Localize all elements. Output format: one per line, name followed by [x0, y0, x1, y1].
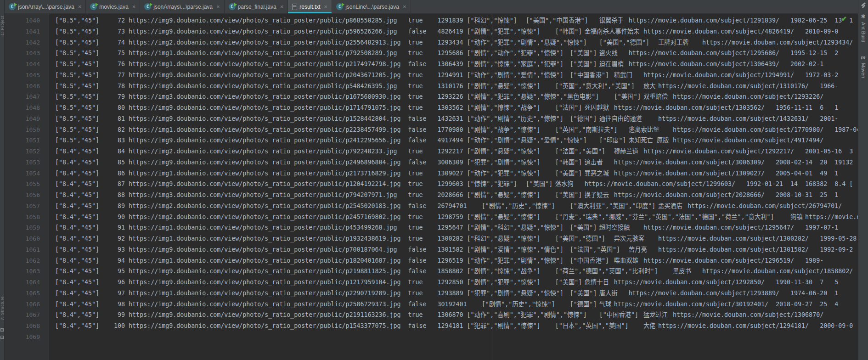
editor-line[interactable]: ["8.4","45"] 91 https://img1.doubanio.co…	[5, 222, 858, 233]
editor-line[interactable]: ["8.5","45"] 77 https://img9.doubanio.co…	[5, 70, 858, 81]
tab-parse-final.java[interactable]: Cparse_final.java×	[225, 0, 288, 13]
editor-line[interactable]: ["8.4","45"] 84 https://img2.doubanio.co…	[5, 146, 858, 157]
editor-line[interactable]: ["8.5","45"] 81 https://img9.doubanio.co…	[5, 113, 858, 124]
editor-line[interactable]: ["8.4","45"] 88 https://img3.doubanio.co…	[5, 190, 858, 201]
editor-lines: ["8.5","45"] 72 https://img9.doubanio.co…	[5, 15, 858, 332]
tab-close-icon[interactable]: ×	[280, 4, 284, 10]
editor-line[interactable]: ["8.4","45"] 99 https://img9.doubanio.co…	[5, 309, 858, 321]
maven-stripe-button[interactable]: Maven	[861, 63, 866, 78]
editor-line[interactable]: ["8.4","45"] 85 https://img9.doubanio.co…	[5, 157, 858, 168]
ant-build-stripe-button[interactable]: Ant Build	[861, 22, 866, 42]
java-class-icon: C	[336, 3, 343, 10]
editor-line[interactable]: ["8.4","45"] 97 https://img1.doubanio.co…	[5, 288, 858, 299]
tab-close-icon[interactable]: ×	[132, 4, 136, 10]
editor-line[interactable]: ["8.5","45"] 72 https://img9.doubanio.co…	[5, 15, 858, 26]
stripe-mini-icon[interactable]	[0, 336, 4, 339]
editor-line[interactable]: ["8.5","45"] 75 https://img1.doubanio.co…	[5, 48, 858, 59]
tab-label: jsonLine\...\parse.java	[345, 4, 399, 10]
tab-jsonArray-...-parse.java[interactable]: CjsonArray\...\parse.java×	[5, 0, 86, 13]
inspections-ok-check-icon[interactable]: ✔	[841, 15, 847, 23]
stripe-mini-icon[interactable]	[0, 328, 4, 332]
editor-line[interactable]: ["8.4","45"] 92 https://img1.doubanio.co…	[5, 233, 858, 244]
editor-line[interactable]: ["8.4","45"] 89 https://img2.doubanio.co…	[5, 201, 858, 212]
editor-line[interactable]: ["8.5","45"] 79 https://img3.doubanio.co…	[5, 91, 858, 102]
text-file-icon	[292, 4, 297, 10]
java-class-icon: C	[144, 3, 151, 10]
tab-label: parse_final.java	[238, 4, 276, 10]
editor-tab-bar: CjsonArray\...\parse.java×Cmovies.java×C…	[5, 0, 858, 14]
ide-window: 1: Project 7: Structure CjsonArray\...\p…	[0, 0, 868, 360]
line-number: 1069	[5, 332, 49, 343]
editor-pane: CjsonArray\...\parse.java×Cmovies.java×C…	[5, 0, 858, 360]
editor-line[interactable]: ["8.4","45"] 100 https://img9.doubanio.c…	[5, 321, 858, 332]
maven-icon: m	[858, 54, 868, 60]
tab-label: jsonArrays\...\parse.java	[153, 4, 213, 10]
tab-label: movies.java	[99, 4, 128, 10]
editor-line[interactable]: ["8.4","45"] 95 https://img9.doubanio.co…	[5, 266, 858, 277]
java-class-icon: C	[90, 3, 97, 10]
tab-label: result.txt	[299, 4, 320, 10]
editor-line[interactable]: ["8.4","45"] 93 https://img9.doubanio.co…	[5, 244, 858, 255]
editor-line[interactable]: ["8.4","45"] 90 https://img2.doubanio.co…	[5, 212, 858, 223]
tab-close-icon[interactable]: ×	[216, 4, 220, 10]
tab-jsonLine-...-parse.java[interactable]: CjsonLine\...\parse.java×	[332, 0, 411, 13]
tab-result.txt[interactable]: result.txt×	[288, 0, 332, 13]
structure-stripe-button[interactable]: 7: Structure	[0, 296, 5, 321]
text-editor[interactable]: 1040104110421043104410451046104710481049…	[5, 14, 858, 360]
editor-line[interactable]: ["8.4","45"] 96 https://img9.doubanio.co…	[5, 277, 858, 288]
editor-line[interactable]: ["8.5","45"] 83 https://img9.doubanio.co…	[5, 135, 858, 146]
java-class-icon: C	[9, 3, 16, 10]
editor-line[interactable]: ["8.5","45"] 78 https://img9.doubanio.co…	[5, 81, 858, 92]
tab-movies.java[interactable]: Cmovies.java×	[86, 0, 140, 13]
right-tool-stripe: ✱ Ant Build m Maven	[858, 0, 868, 360]
editor-line[interactable]: ["8.4","45"] 87 https://img9.doubanio.co…	[5, 179, 858, 190]
editor-line[interactable]: ["8.4","45"] 86 https://img1.doubanio.co…	[5, 168, 858, 179]
tab-close-icon[interactable]: ×	[324, 4, 328, 10]
tool-icon	[861, 3, 866, 8]
editor-line[interactable]: ["8.5","45"] 76 https://img1.doubanio.co…	[5, 59, 858, 70]
tab-close-icon[interactable]: ×	[403, 4, 406, 10]
project-stripe-button[interactable]: 1: Project	[0, 16, 5, 35]
editor-line[interactable]: ["8.5","45"] 73 https://img9.doubanio.co…	[5, 26, 858, 37]
editor-line[interactable]: ["8.5","45"] 80 https://img9.doubanio.co…	[5, 102, 858, 113]
ant-icon: ✱	[858, 14, 868, 19]
tab-label: jsonArray\...\parse.java	[18, 4, 74, 10]
editor-line[interactable]: ["8.5","45"] 82 https://img1.doubanio.co…	[5, 124, 858, 135]
tab-jsonArrays-...-parse.java[interactable]: CjsonArrays\...\parse.java×	[140, 0, 224, 13]
editor-line[interactable]: ["8.4","45"] 94 https://img1.doubanio.co…	[5, 255, 858, 266]
java-class-icon: C	[229, 3, 236, 10]
editor-line[interactable]: ["8.4","45"] 98 https://img2.doubanio.co…	[5, 299, 858, 310]
editor-line[interactable]: ["8.5","45"] 74 https://img2.doubanio.co…	[5, 37, 858, 48]
left-tool-stripe: 1: Project 7: Structure	[0, 0, 5, 360]
tab-close-icon[interactable]: ×	[78, 4, 82, 10]
